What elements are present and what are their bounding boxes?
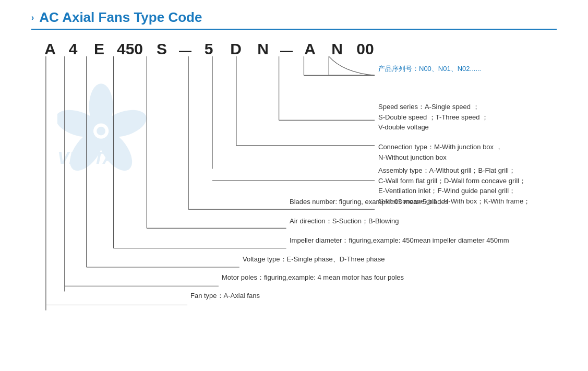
annotation-product-series: 产品序列号：N00、N01、N02...... <box>378 64 481 74</box>
code-A: A <box>41 40 59 58</box>
chevron-icon: › <box>31 13 34 22</box>
code-N: N <box>254 40 272 58</box>
code-450: 450 <box>116 40 144 58</box>
header-section: › AC Axial Fans Type Code <box>31 9 557 26</box>
code-S: S <box>152 40 171 58</box>
code-dash2: — <box>279 43 294 58</box>
annotation-speed-series: Speed series：A-Single speed ； S-Double s… <box>378 102 488 133</box>
code-00: 00 <box>355 40 376 58</box>
annotation-fan-type: Fan type：A-Axial fans <box>190 291 260 301</box>
code-D: D <box>226 40 245 58</box>
code-E: E <box>90 40 109 58</box>
divider <box>31 29 557 30</box>
page-title: AC Axial Fans Type Code <box>39 9 202 26</box>
annotation-blades-number: Blades number: figuring, example: 05 mea… <box>290 197 448 207</box>
annotation-air-direction: Air direction：S-Suction；B-Blowing <box>290 216 399 226</box>
code-5: 5 <box>199 40 218 58</box>
annotation-connection-type: Connection type：M-With junction box ， N-… <box>378 142 502 162</box>
code-dash1: — <box>177 43 193 58</box>
diagram-area: VENTAI A 4 E 450 S — 5 D N — A N 00 <box>31 40 557 343</box>
code-4: 4 <box>64 40 82 58</box>
code-N2: N <box>328 40 346 58</box>
code-A2: A <box>301 40 319 58</box>
annotation-voltage-type: Voltage type：E-Single phase、D-Three phas… <box>243 254 385 265</box>
annotation-motor-poles: Motor poles：figuring,example: 4 mean mot… <box>222 272 404 283</box>
page-container: › AC Axial Fans Type Code VENTAI <box>0 0 588 371</box>
annotation-impeller-diameter: Impeller diameter：figuring,example: 450m… <box>290 235 509 246</box>
